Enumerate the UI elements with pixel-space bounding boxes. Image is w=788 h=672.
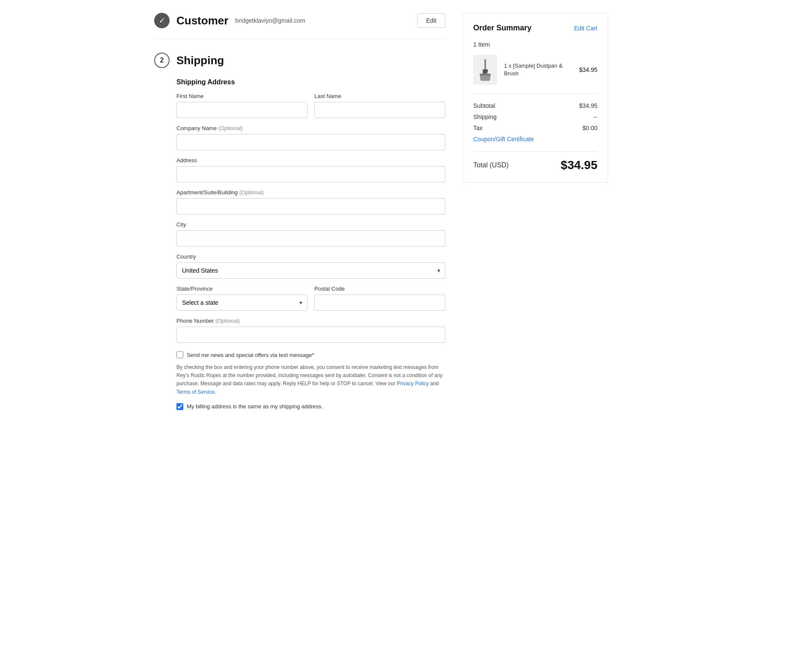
company-name-input[interactable] [176, 134, 445, 150]
shipping-value: -- [594, 113, 597, 120]
customer-email: bridgetklaviyo@gmail.com [235, 17, 305, 24]
terms-of-service-link[interactable]: Terms of Service [176, 389, 215, 395]
dustpan-brush-image [477, 58, 494, 82]
phone-input[interactable] [176, 327, 445, 343]
billing-checkbox-row: My billing address is the same as my shi… [176, 403, 445, 410]
shipping-label: Shipping [473, 113, 497, 120]
company-name-label: Company Name (Optional) [176, 125, 445, 131]
shipping-line: Shipping -- [473, 113, 597, 120]
order-summary: Order Summary Edit Cart 1 Item [463, 13, 608, 183]
product-image [473, 55, 497, 85]
address-input[interactable] [176, 166, 445, 182]
apt-group: Apartment/Suite/Building (Optional) [176, 189, 445, 214]
shipping-address-title: Shipping Address [176, 78, 445, 86]
billing-same-checkbox[interactable] [176, 403, 183, 410]
country-select-wrapper: United States Canada United Kingdom Aust… [176, 262, 445, 279]
state-group: State/Province Select a state Alabama Al… [176, 285, 307, 311]
billing-checkbox-label: My billing address is the same as my shi… [187, 403, 323, 410]
edit-cart-link[interactable]: Edit Cart [574, 25, 597, 32]
check-icon: ✓ [154, 13, 170, 28]
country-select[interactable]: United States Canada United Kingdom Aust… [176, 262, 445, 279]
page-container: ✓ Customer bridgetklaviyo@gmail.com Edit… [137, 0, 651, 423]
subtotal-value: $34.95 [579, 102, 597, 109]
city-group: City [176, 221, 445, 247]
product-price: $34.95 [579, 66, 597, 73]
phone-label: Phone Number (Optional) [176, 318, 445, 324]
state-select-wrapper: Select a state Alabama Alaska Arizona Ca… [176, 294, 307, 311]
city-label: City [176, 221, 445, 228]
svg-rect-7 [480, 74, 491, 75]
country-group: Country United States Canada United King… [176, 253, 445, 279]
phone-group: Phone Number (Optional) [176, 318, 445, 343]
shipping-section: 2 Shipping Shipping Address First Name L… [154, 53, 445, 410]
consent-text: By checking the box and entering your ph… [176, 363, 445, 396]
product-details: 1 x [Sample] Dustpan & Brush [504, 62, 572, 77]
sidebar: Order Summary Edit Cart 1 Item [463, 13, 608, 410]
order-summary-header: Order Summary Edit Cart [473, 24, 597, 33]
address-group: Address [176, 157, 445, 182]
postal-code-input[interactable] [314, 294, 445, 311]
customer-title: Customer [176, 14, 228, 27]
first-name-input[interactable] [176, 102, 307, 118]
last-name-input[interactable] [314, 102, 445, 118]
svg-rect-1 [483, 69, 488, 73]
apt-label: Apartment/Suite/Building (Optional) [176, 189, 445, 196]
company-name-group: Company Name (Optional) [176, 125, 445, 150]
state-label: State/Province [176, 285, 307, 292]
customer-section: ✓ Customer bridgetklaviyo@gmail.com Edit [154, 13, 445, 39]
shipping-form: First Name Last Name Company Name (Optio… [176, 93, 445, 343]
product-name: 1 x [Sample] Dustpan & Brush [504, 62, 572, 77]
coupon-link[interactable]: Coupon/Gift Certificate [473, 136, 597, 143]
checkbox-area: Send me news and special offers via text… [176, 351, 445, 410]
step-number: 2 [154, 53, 170, 68]
tax-value: $0.00 [582, 125, 597, 131]
first-name-group: First Name [176, 93, 307, 118]
shipping-title: Shipping [176, 54, 224, 67]
customer-info: Customer bridgetklaviyo@gmail.com [176, 14, 410, 27]
svg-rect-0 [484, 59, 486, 70]
tax-line: Tax $0.00 [473, 125, 597, 131]
privacy-policy-link[interactable]: Privacy Policy [397, 381, 429, 387]
main-content: ✓ Customer bridgetklaviyo@gmail.com Edit… [154, 13, 445, 410]
total-label: Total (USD) [473, 161, 509, 169]
last-name-group: Last Name [314, 93, 445, 118]
postal-code-label: Postal Code [314, 285, 445, 292]
subtotal-label: Subtotal [473, 102, 495, 109]
postal-code-group: Postal Code [314, 285, 445, 311]
city-input[interactable] [176, 230, 445, 247]
tax-label: Tax [473, 125, 483, 131]
state-postal-row: State/Province Select a state Alabama Al… [176, 285, 445, 311]
order-summary-title: Order Summary [473, 24, 531, 33]
items-count: 1 Item [473, 41, 597, 48]
shipping-section-header: 2 Shipping [154, 53, 445, 68]
order-item: 1 x [Sample] Dustpan & Brush $34.95 [473, 55, 597, 94]
total-line: Total (USD) $34.95 [473, 151, 597, 172]
sms-checkbox-row: Send me news and special offers via text… [176, 351, 445, 358]
sms-checkbox[interactable] [176, 351, 183, 358]
customer-edit-button[interactable]: Edit [417, 13, 445, 28]
apt-input[interactable] [176, 198, 445, 214]
first-name-label: First Name [176, 93, 307, 99]
address-label: Address [176, 157, 445, 164]
last-name-label: Last Name [314, 93, 445, 99]
subtotal-line: Subtotal $34.95 [473, 102, 597, 109]
name-row: First Name Last Name [176, 93, 445, 118]
state-select[interactable]: Select a state Alabama Alaska Arizona Ca… [176, 294, 307, 311]
total-amount: $34.95 [561, 158, 597, 172]
country-label: Country [176, 253, 445, 260]
sms-checkbox-label: Send me news and special offers via text… [187, 352, 314, 358]
